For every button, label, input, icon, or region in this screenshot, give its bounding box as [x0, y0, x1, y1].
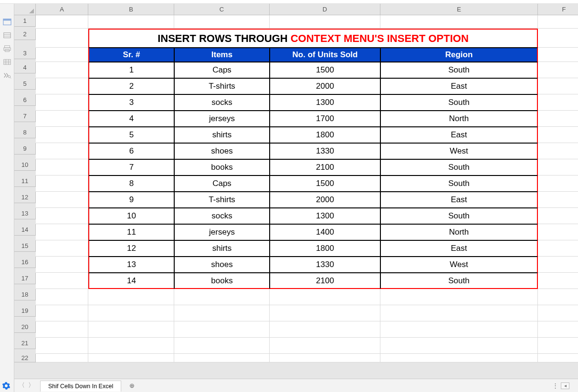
table-cell-r10-c2[interactable]: 1300 [270, 208, 380, 224]
table-cell-r7-c1[interactable]: books [174, 159, 270, 175]
table-cell-r3-c1[interactable]: socks [174, 94, 270, 111]
row-head-8[interactable]: 8 [14, 127, 36, 138]
cell-A21[interactable] [36, 338, 88, 354]
table-cell-r5-c0[interactable]: 5 [88, 127, 174, 143]
cell-C19[interactable] [174, 305, 270, 321]
table-cell-r12-c3[interactable]: East [380, 240, 538, 257]
table-cell-r11-c0[interactable]: 11 [88, 224, 174, 240]
table-cell-r2-c0[interactable]: 2 [88, 78, 174, 94]
cell-F20[interactable] [538, 321, 578, 338]
table-cell-r4-c1[interactable]: jerseys [174, 111, 270, 127]
cell-A20[interactable] [36, 321, 88, 338]
tab-split-handle[interactable]: ⋮ [552, 382, 559, 389]
cell-E21[interactable] [380, 338, 538, 354]
table-cell-r7-c3[interactable]: South [380, 159, 538, 175]
grid-scroll-area[interactable]: ABCDEF12INSERT ROWS THROUGH CONTEXT MENU… [14, 4, 578, 379]
table-cell-r8-c2[interactable]: 1500 [270, 175, 380, 192]
table-cell-r6-c2[interactable]: 1330 [270, 143, 380, 159]
row-head-14[interactable]: 14 [14, 224, 36, 236]
cell-A6[interactable] [36, 94, 88, 111]
sidebar-icon-find[interactable] [3, 72, 11, 79]
table-cell-r7-c2[interactable]: 2100 [270, 159, 380, 175]
cell-A13[interactable] [36, 208, 88, 224]
row-head-3[interactable]: 3 [14, 48, 36, 59]
add-sheet-button[interactable]: ⊕ [126, 380, 137, 392]
cell-E22[interactable] [380, 354, 538, 362]
table-header-2[interactable]: No. of Units Sold [270, 48, 380, 62]
table-cell-r3-c0[interactable]: 3 [88, 94, 174, 111]
cell-F18[interactable] [538, 289, 578, 305]
table-cell-r9-c1[interactable]: T-shirts [174, 192, 270, 208]
cell-F19[interactable] [538, 305, 578, 321]
table-cell-r3-c2[interactable]: 1300 [270, 94, 380, 111]
spreadsheet-grid[interactable]: ABCDEF12INSERT ROWS THROUGH CONTEXT MENU… [14, 4, 578, 362]
row-head-18[interactable]: 18 [14, 289, 36, 300]
row-head-7[interactable]: 7 [14, 111, 36, 122]
sidebar-icon-1[interactable] [3, 18, 11, 26]
cell-E19[interactable] [380, 305, 538, 321]
cell-B18[interactable] [88, 289, 174, 305]
cell-F1[interactable] [538, 15, 578, 29]
table-cell-r14-c3[interactable]: South [380, 273, 538, 289]
cell-F5[interactable] [538, 78, 578, 94]
cell-A10[interactable] [36, 159, 88, 175]
table-cell-r10-c3[interactable]: South [380, 208, 538, 224]
table-cell-r14-c0[interactable]: 14 [88, 273, 174, 289]
table-cell-r13-c2[interactable]: 1330 [270, 257, 380, 273]
row-head-12[interactable]: 12 [14, 192, 36, 203]
cell-B19[interactable] [88, 305, 174, 321]
table-cell-r11-c3[interactable]: North [380, 224, 538, 240]
cell-C18[interactable] [174, 289, 270, 305]
row-head-21[interactable]: 21 [14, 338, 36, 349]
row-head-13[interactable]: 13 [14, 208, 36, 219]
table-cell-r8-c0[interactable]: 8 [88, 175, 174, 192]
table-cell-r6-c3[interactable]: West [380, 143, 538, 159]
settings-gear-icon[interactable] [2, 382, 11, 390]
row-head-22[interactable]: 22 [14, 354, 36, 362]
table-cell-r1-c0[interactable]: 1 [88, 62, 174, 78]
cell-B22[interactable] [88, 354, 174, 362]
col-head-B[interactable]: B [88, 4, 174, 15]
cell-A8[interactable] [36, 127, 88, 143]
row-head-11[interactable]: 11 [14, 175, 36, 187]
col-head-A[interactable]: A [36, 4, 88, 15]
cell-A16[interactable] [36, 257, 88, 273]
cell-C21[interactable] [174, 338, 270, 354]
cell-F4[interactable] [538, 62, 578, 78]
table-cell-r4-c3[interactable]: North [380, 111, 538, 127]
sidebar-icon-grid[interactable] [3, 58, 11, 66]
cell-C20[interactable] [174, 321, 270, 338]
cell-A9[interactable] [36, 143, 88, 159]
table-cell-r5-c3[interactable]: East [380, 127, 538, 143]
cell-F12[interactable] [538, 192, 578, 208]
table-cell-r14-c1[interactable]: books [174, 273, 270, 289]
row-head-10[interactable]: 10 [14, 159, 36, 171]
table-cell-r2-c1[interactable]: T-shirts [174, 78, 270, 94]
cell-A2[interactable] [36, 29, 88, 48]
cell-A14[interactable] [36, 224, 88, 240]
cell-E18[interactable] [380, 289, 538, 305]
cell-E20[interactable] [380, 321, 538, 338]
table-header-3[interactable]: Region [380, 48, 538, 62]
cell-D1[interactable] [270, 15, 380, 29]
row-head-17[interactable]: 17 [14, 273, 36, 284]
cell-A11[interactable] [36, 175, 88, 192]
col-head-D[interactable]: D [270, 4, 380, 15]
row-head-5[interactable]: 5 [14, 78, 36, 90]
cell-A12[interactable] [36, 192, 88, 208]
cell-A7[interactable] [36, 111, 88, 127]
row-head-20[interactable]: 20 [14, 321, 36, 333]
cell-F22[interactable] [538, 354, 578, 362]
cell-A4[interactable] [36, 62, 88, 78]
cell-F17[interactable] [538, 273, 578, 289]
cell-F13[interactable] [538, 208, 578, 224]
col-head-C[interactable]: C [174, 4, 270, 15]
row-head-19[interactable]: 19 [14, 305, 36, 317]
cell-F2[interactable] [538, 29, 578, 48]
table-cell-r14-c2[interactable]: 2100 [270, 273, 380, 289]
table-cell-r4-c0[interactable]: 4 [88, 111, 174, 127]
sidebar-icon-print[interactable] [3, 45, 11, 52]
table-cell-r3-c3[interactable]: South [380, 94, 538, 111]
row-head-15[interactable]: 15 [14, 240, 36, 252]
table-cell-r11-c2[interactable]: 1400 [270, 224, 380, 240]
